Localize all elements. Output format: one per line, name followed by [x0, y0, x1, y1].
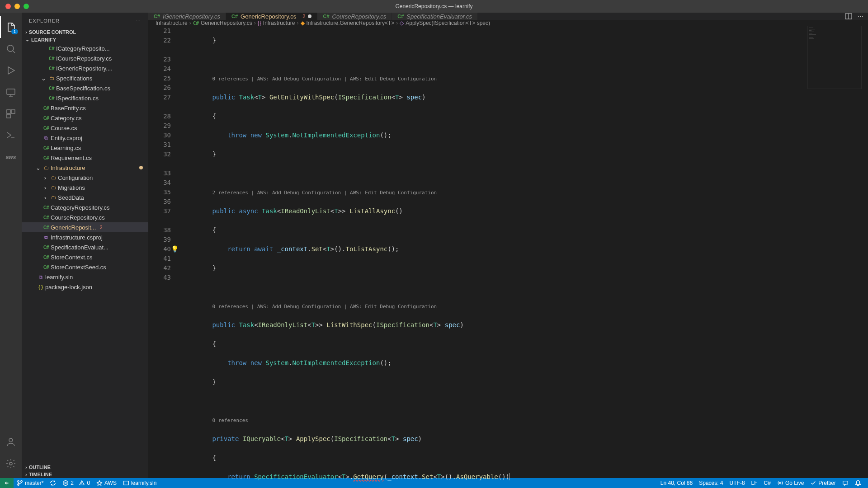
- file-icourse[interactable]: C#ICourseRepository.cs: [22, 53, 148, 63]
- source-control-section[interactable]: ›SOURCE CONTROL: [22, 28, 148, 36]
- search-icon[interactable]: [0, 38, 22, 60]
- folder-specifications[interactable]: ⌄🗀Specifications: [22, 73, 148, 83]
- codelens[interactable]: 0 references | AWS: Add Debug Configurat…: [212, 76, 437, 82]
- git-branch[interactable]: master*: [14, 478, 47, 488]
- tab-courserepo[interactable]: C#CourseRepository.cs: [317, 13, 392, 20]
- dirty-indicator: [308, 14, 311, 18]
- sidebar: EXPLORER ⋯ ›SOURCE CONTROL ⌄LEARNIFY C#I…: [22, 13, 148, 478]
- modified-indicator: [139, 166, 143, 169]
- traffic-lights: [5, 4, 29, 9]
- codelens[interactable]: 0 references | AWS: Add Debug Configurat…: [212, 304, 437, 310]
- outline-section[interactable]: ›OUTLINE: [22, 464, 148, 471]
- tab-igeneric[interactable]: C#IGenericRepository.cs: [148, 13, 226, 20]
- accounts-icon[interactable]: [0, 431, 22, 453]
- tab-speceval[interactable]: C#SpecificationEvaluator.cs: [392, 13, 478, 20]
- problems[interactable]: 2 0: [59, 478, 93, 488]
- file-courserepo[interactable]: C#CourseRepository.cs: [22, 212, 148, 222]
- file-entity-proj[interactable]: ⧉Entity.csproj: [22, 133, 148, 143]
- file-ispec[interactable]: C#ISpecification.cs: [22, 93, 148, 103]
- svg-point-10: [21, 481, 23, 483]
- extensions-icon[interactable]: [0, 103, 22, 125]
- folder-configuration[interactable]: ›🗀Configuration: [22, 173, 148, 183]
- more-actions-icon[interactable]: ⋯: [858, 13, 863, 20]
- editor-area: C#IGenericRepository.cs C#GenericReposit…: [148, 13, 868, 478]
- codelens[interactable]: 0 references: [212, 418, 248, 423]
- svg-point-5: [9, 438, 13, 442]
- explorer-label: EXPLORER: [29, 18, 60, 23]
- close-window[interactable]: [5, 4, 11, 9]
- activity-bar: 1 aws: [0, 13, 22, 478]
- tabs: C#IGenericRepository.cs C#GenericReposit…: [148, 13, 868, 20]
- file-storectxseed[interactable]: C#StoreContextSeed.cs: [22, 262, 148, 272]
- code-editor[interactable]: 2122232425262728293031323334353637383940…: [148, 26, 868, 488]
- file-pkg[interactable]: {}package-lock.json: [22, 282, 148, 292]
- file-catrepo[interactable]: C#CategoryRepository.cs: [22, 202, 148, 212]
- line-gutter: 2122232425262728293031323334353637383940…: [148, 26, 180, 488]
- aws-icon[interactable]: aws: [0, 146, 22, 168]
- svg-rect-3: [11, 110, 15, 113]
- code-content[interactable]: } 0 references | AWS: Add Debug Configur…: [180, 26, 868, 488]
- file-icategory[interactable]: C#ICategoryReposito...: [22, 43, 148, 53]
- folder-infrastructure[interactable]: ⌄🗀Infrastructure: [22, 163, 148, 173]
- titlebar: GenericRepository.cs — learnify: [0, 0, 868, 13]
- explorer-badge: 1: [11, 29, 18, 34]
- svg-point-6: [9, 462, 12, 465]
- svg-point-0: [7, 45, 14, 52]
- folder-seeddata[interactable]: ›🗀SeedData: [22, 192, 148, 202]
- timeline-section[interactable]: ›TIMELINE: [22, 471, 148, 478]
- file-baseentity[interactable]: C#BaseEntity.cs: [22, 103, 148, 113]
- breadcrumbs[interactable]: Infrastructure› C#GenericRepository.cs› …: [148, 20, 868, 26]
- file-storectx[interactable]: C#StoreContext.cs: [22, 252, 148, 262]
- sync-button[interactable]: [47, 478, 59, 488]
- aws-status[interactable]: AWS: [93, 478, 120, 488]
- lightbulb-icon[interactable]: 💡: [171, 244, 179, 254]
- sidebar-title: EXPLORER ⋯: [22, 13, 148, 28]
- run-debug-icon[interactable]: [0, 60, 22, 81]
- minimap[interactable]: ▬▬▬▬▬▬▬▬▬▬▬▬▬▬▬▬▬▬▬▬▬▬▬▬▬▬▬▬▬▬▬▬▬▬▬▬▬▬▬▬…: [807, 26, 862, 89]
- learnify-section[interactable]: ⌄LEARNIFY: [22, 36, 148, 43]
- explorer-icon[interactable]: 1: [0, 16, 22, 38]
- minimize-window[interactable]: [14, 4, 20, 9]
- split-editor-icon[interactable]: [845, 13, 852, 20]
- file-infra-proj[interactable]: ⧉Infrastructure.csproj: [22, 232, 148, 242]
- file-igeneric[interactable]: C#IGenericRepository....: [22, 63, 148, 73]
- remote-button[interactable]: [0, 478, 14, 488]
- file-speceval[interactable]: C#SpecificationEvaluat...: [22, 242, 148, 252]
- file-sln[interactable]: ⧉learnify.sln: [22, 272, 148, 282]
- remote-explorer-icon[interactable]: [0, 81, 22, 103]
- svg-rect-4: [7, 114, 10, 118]
- svg-rect-2: [7, 110, 10, 113]
- file-genericrepo[interactable]: C#GenericReposit...2: [22, 222, 148, 232]
- codelens[interactable]: 2 references | AWS: Add Debug Configurat…: [212, 190, 437, 196]
- file-category[interactable]: C#Category.cs: [22, 113, 148, 123]
- tab-genericrepo[interactable]: C#GenericRepository.cs2: [226, 13, 318, 20]
- more-icon[interactable]: ⋯: [136, 18, 141, 23]
- file-learning[interactable]: C#Learning.cs: [22, 143, 148, 153]
- svg-point-8: [18, 481, 19, 483]
- powershell-icon[interactable]: [0, 125, 22, 146]
- svg-rect-1: [7, 89, 15, 94]
- file-requirement[interactable]: C#Requirement.cs: [22, 153, 148, 163]
- svg-rect-12: [124, 481, 129, 485]
- file-course[interactable]: C#Course.cs: [22, 123, 148, 133]
- tab-actions: ⋯: [840, 13, 868, 20]
- file-basespec[interactable]: C#BaseSpecification.cs: [22, 83, 148, 93]
- maximize-window[interactable]: [24, 4, 29, 9]
- window-title: GenericRepository.cs — learnify: [395, 3, 472, 9]
- folder-migrations[interactable]: ›🗀Migrations: [22, 183, 148, 192]
- settings-icon[interactable]: [0, 453, 22, 474]
